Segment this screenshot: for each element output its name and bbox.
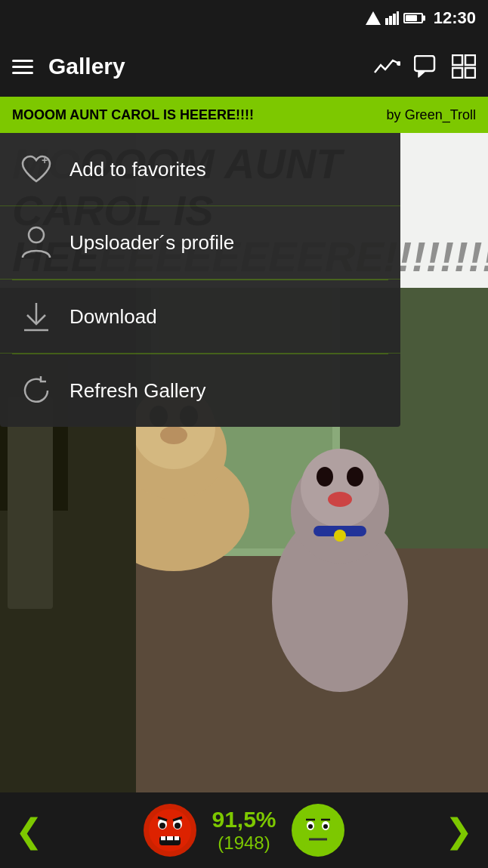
dropdown-item-refresh[interactable]: Refresh Gallery (0, 354, 400, 427)
hamburger-menu-button[interactable] (12, 60, 33, 74)
svg-point-51 (308, 824, 313, 829)
score-section: 91,5% (1948) (212, 807, 276, 854)
svg-rect-9 (452, 68, 462, 78)
svg-rect-45 (167, 836, 173, 841)
trend-icon[interactable] (373, 56, 400, 77)
svg-rect-10 (465, 68, 475, 78)
svg-rect-46 (175, 836, 179, 841)
bottom-bar: ❮ 91 (0, 792, 488, 868)
svg-rect-31 (8, 397, 53, 609)
grid-icon[interactable] (452, 54, 476, 79)
notification-bar: MOOOM AUNT CAROL IS HEEERE!!!! by Green_… (0, 97, 488, 133)
dropdown-label-favorites: Add to favorites (69, 158, 206, 181)
svg-point-24 (317, 467, 333, 487)
svg-rect-1 (385, 18, 388, 25)
svg-point-23 (301, 449, 379, 527)
svg-text:+: + (42, 155, 48, 166)
battery-icon (403, 13, 423, 23)
prev-arrow[interactable]: ❮ (15, 811, 43, 850)
svg-rect-6 (415, 56, 434, 71)
svg-rect-44 (161, 836, 165, 841)
dropdown-label-download: Download (69, 305, 157, 329)
svg-rect-8 (465, 55, 475, 65)
download-icon (18, 298, 54, 335)
rage-face-icon (147, 808, 193, 853)
rage-face-button[interactable] (144, 804, 196, 857)
svg-rect-7 (452, 55, 462, 65)
dropdown-item-download[interactable]: Download (0, 280, 400, 354)
content-area: MOOOOM AUNT CAROL IS HEEEEEEEEEERE!!!!!!… (0, 133, 488, 792)
dropdown-label-profile: Upsloader´s profile (69, 231, 234, 255)
score-percent: 91,5% (212, 807, 276, 832)
app-title: Gallery (48, 54, 358, 79)
dropdown-label-refresh: Refresh Gallery (69, 379, 206, 403)
score-votes: (1948) (218, 832, 270, 854)
status-time: 12:30 (434, 8, 476, 28)
app-bar-icons (373, 54, 476, 79)
status-bar: 12:30 (0, 0, 488, 36)
notification-text: MOOOM AUNT CAROL IS HEEERE!!!! (12, 107, 254, 123)
svg-point-25 (347, 467, 363, 487)
svg-rect-3 (393, 14, 396, 25)
person-icon (18, 224, 54, 261)
svg-point-28 (334, 530, 346, 542)
svg-rect-4 (397, 11, 399, 25)
svg-point-20 (160, 426, 187, 444)
bars-icon (385, 11, 399, 25)
okay-face-icon (295, 808, 341, 853)
dropdown-menu: + Add to favorites Upsloader´s profile (0, 133, 400, 427)
dropdown-item-profile[interactable]: Upsloader´s profile (0, 206, 400, 280)
svg-point-33 (29, 227, 44, 242)
dropdown-item-favorites[interactable]: + Add to favorites (0, 133, 400, 206)
svg-point-40 (175, 823, 181, 829)
next-arrow[interactable]: ❯ (445, 811, 473, 850)
svg-rect-2 (389, 16, 392, 25)
status-icons: 12:30 (366, 8, 476, 28)
app-bar: Gallery (0, 36, 488, 97)
heart-icon: + (18, 151, 54, 187)
svg-point-39 (159, 823, 165, 829)
signal-icon (366, 11, 381, 25)
notification-author: by Green_Troll (387, 107, 476, 123)
svg-marker-0 (366, 11, 381, 25)
svg-point-52 (323, 824, 328, 829)
refresh-icon (18, 372, 54, 409)
vote-section: 91,5% (1948) (144, 804, 344, 857)
okay-face-button[interactable] (292, 804, 344, 857)
svg-point-26 (328, 492, 352, 507)
svg-point-48 (297, 809, 339, 851)
chat-icon[interactable] (414, 55, 438, 78)
